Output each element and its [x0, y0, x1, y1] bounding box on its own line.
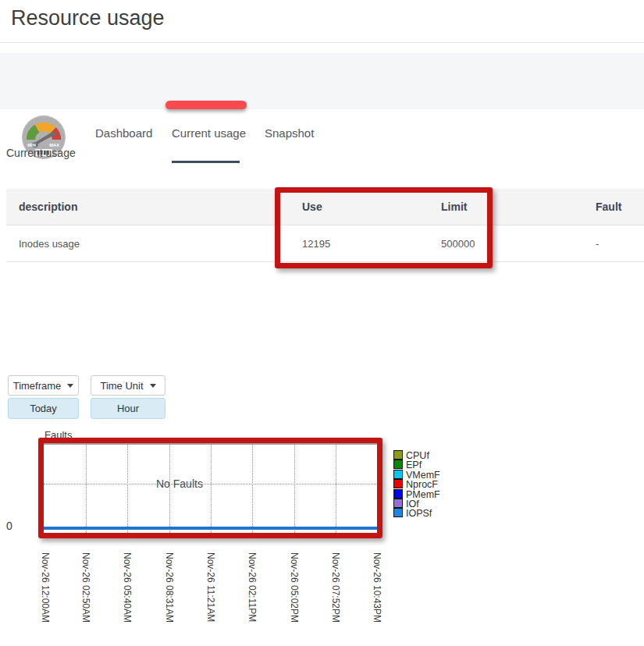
y-axis-tick-label: 0: [6, 520, 12, 532]
timeframe-dropdown-label: Timeframe: [13, 380, 62, 392]
chevron-down-icon: [67, 384, 73, 388]
chevron-down-icon: [150, 384, 156, 388]
nav-bar: MIN MAX Dashboard Current usage Snapshot: [0, 53, 644, 109]
legend-item: CPUf: [393, 450, 440, 460]
legend-swatch: [393, 479, 403, 488]
timeframe-value-button[interactable]: Today: [8, 398, 79, 419]
highlight-box-chart: [38, 438, 382, 538]
title-divider: [0, 42, 644, 43]
x-axis-tick-label: Nov-26 08:31AM: [164, 552, 175, 623]
x-axis-tick-label: Nov-26 11:21AM: [205, 552, 216, 622]
x-axis-tick-label: Nov-26 05:40AM: [122, 552, 133, 623]
tab-snapshot[interactable]: Snapshot: [265, 126, 314, 140]
legend-item: EPf: [393, 460, 440, 469]
x-axis-tick-label: Nov-26 02:50AM: [80, 552, 91, 623]
legend-swatch: [393, 470, 403, 479]
col-header-description: description: [6, 201, 302, 213]
highlight-box-table: [275, 187, 493, 268]
tab-current-usage[interactable]: Current usage: [172, 126, 246, 140]
cell-description: Inodes usage: [6, 238, 302, 250]
tab-dashboard[interactable]: Dashboard: [95, 126, 152, 140]
tab-highlight-marker: [165, 101, 247, 109]
legend-swatch: [393, 499, 403, 508]
time-unit-dropdown-label: Time Unit: [100, 380, 143, 392]
x-axis-tick-label: Nov-26 10:43PM: [372, 552, 382, 623]
legend-item: NprocF: [393, 479, 440, 488]
x-axis-tick-label: Nov-26 05:02PM: [289, 552, 300, 623]
active-tab-underline: [172, 161, 240, 163]
x-axis-tick-label: Nov-26 02:11PM: [247, 552, 258, 622]
chart-legend: CPUf EPf VMemF NprocF PMemF IOf IOPSf: [393, 450, 440, 518]
legend-swatch: [393, 508, 403, 517]
x-axis-tick-label: Nov-26 12:00AM: [40, 552, 51, 623]
legend-item: IOPSf: [393, 508, 440, 517]
time-unit-value-button[interactable]: Hour: [91, 398, 165, 419]
time-unit-dropdown[interactable]: Time Unit: [91, 375, 165, 396]
legend-item: IOf: [393, 499, 440, 508]
cell-fault: -: [596, 238, 644, 250]
legend-swatch: [393, 460, 403, 469]
col-header-fault: Fault: [596, 201, 644, 213]
legend-swatch: [393, 489, 403, 499]
x-axis-tick-label: Nov-26 07:52PM: [330, 552, 341, 623]
timeframe-dropdown[interactable]: Timeframe: [8, 375, 79, 396]
legend-swatch: [393, 450, 403, 460]
legend-label: IOPSf: [406, 508, 432, 519]
legend-item: PMemF: [393, 489, 440, 499]
page-title: Resource usage: [11, 6, 165, 30]
section-heading: Current usage: [6, 147, 76, 159]
legend-item: VMemF: [393, 470, 440, 479]
